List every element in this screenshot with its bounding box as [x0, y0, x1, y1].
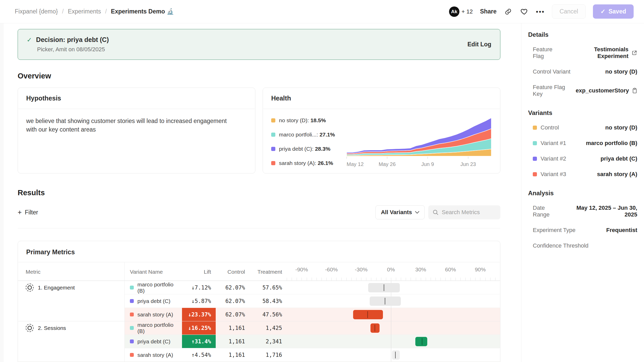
treatment-value: 58.43% [262, 298, 282, 304]
lift-axis-tick [485, 278, 486, 280]
lift-axis-tick [361, 278, 361, 280]
overview-heading: Overview [18, 72, 500, 80]
avatar[interactable]: Ak [449, 6, 459, 17]
cancel-button[interactable]: Cancel [552, 4, 586, 19]
saved-button[interactable]: ✓ Saved [593, 4, 634, 19]
lift-axis-tick [421, 278, 421, 280]
variant-swatch [533, 141, 537, 145]
breadcrumb-separator: / [62, 8, 64, 15]
analysis-value: Frequentist [606, 227, 637, 234]
lift-axis-tick [480, 278, 480, 280]
analysis-value: May 12, 2025 – Jun 30, 2025 [563, 205, 637, 218]
metric-table-row[interactable]: 2. Sessionsmarco portfolio (B)↓16.25%1,1… [18, 321, 500, 335]
variant-name: marco portfolio (B) [137, 281, 182, 294]
column-header-control: Control [216, 262, 250, 280]
x-axis-label: Jun 23 [460, 161, 476, 167]
add-filter-button[interactable]: + Filter [18, 209, 38, 216]
lift-axis-tick [336, 278, 337, 280]
metric-table-row[interactable]: sarah story (A)↓23.37%62.07%47.56% [18, 308, 500, 321]
lift-axis-tick [312, 278, 312, 280]
variants-section: Variants Control no story (D) Variant #1… [528, 109, 637, 178]
breadcrumb-root[interactable]: Fixpanel {demo} [15, 8, 58, 15]
variant-label: Variant #2 [541, 155, 566, 162]
legend-value: 28.3% [315, 146, 331, 152]
detail-value: Testimonials Experiment [564, 46, 628, 60]
lift-axis-tick [351, 278, 352, 280]
variant-value: priya debt (C) [600, 155, 637, 162]
breadcrumb-section[interactable]: Experiments [68, 8, 101, 15]
primary-metrics-title: Primary Metrics [18, 241, 500, 262]
search-metrics-box[interactable] [428, 205, 500, 219]
control-value: 1,161 [229, 352, 245, 358]
favorite-heart-icon[interactable] [520, 7, 529, 16]
lift-axis-tick [411, 278, 411, 280]
analysis-section-title: Analysis [528, 190, 637, 197]
variant-swatch [130, 339, 134, 343]
variant-row: Variant #3 sarah story (A) [533, 171, 637, 178]
lift-value: ↓16.25% [188, 325, 211, 331]
top-bar: Fixpanel {demo} / Experiments / Experime… [0, 0, 644, 23]
metric-table-row[interactable]: 1. Engagementmarco portfolio (B)↓7.12%62… [18, 281, 500, 294]
metric-table-row[interactable]: priya debt (C)↓5.87%62.07%58.43% [18, 294, 500, 308]
collaborator-avatars[interactable]: Ak + 12 [449, 6, 473, 17]
lift-axis-label: 90% [475, 266, 486, 273]
legend-item: no story (D): 18.5% [271, 117, 345, 124]
lift-axis-tick [287, 278, 287, 280]
variants-dropdown[interactable]: All Variants [375, 205, 425, 219]
external-link-icon[interactable] [632, 50, 637, 56]
detail-label: Feature Flag [533, 46, 564, 60]
lift-axis-tick [456, 278, 456, 280]
lift-value: ↑31.4% [191, 338, 211, 345]
lift-axis-tick [431, 278, 431, 280]
lift-axis-label: -60% [325, 266, 338, 273]
legend-item: priya debt (C): 28.3% [271, 146, 345, 152]
lift-value: ↑4.54% [191, 352, 211, 358]
lift-axis-tick [391, 278, 391, 280]
variant-value: marco portfolio (B) [586, 140, 637, 147]
metric-table-row[interactable]: sarah story (A)↑4.54%1,1611,716 [18, 348, 500, 361]
metric-name: 2. Sessions [38, 325, 66, 331]
more-options-button[interactable]: ••• [536, 7, 545, 16]
variant-value: sarah story (A) [597, 171, 637, 178]
lift-axis-tick [490, 278, 491, 280]
control-value: 1,161 [229, 325, 245, 331]
details-section: Details Feature Flag Testimonials Experi… [528, 31, 637, 97]
breadcrumb-current-page[interactable]: Experiments Demo 🔬 [111, 8, 174, 15]
lift-axis-tick [297, 278, 297, 280]
treatment-value: 57.65% [262, 285, 282, 291]
copy-link-icon[interactable] [504, 7, 513, 16]
share-button[interactable]: Share [480, 8, 496, 15]
column-header-lift: Lift [182, 262, 216, 280]
primary-metrics-rows: 1. Engagementmarco portfolio (B)↓7.12%62… [18, 281, 500, 361]
lift-axis-label: 60% [445, 266, 456, 273]
metric-table-row[interactable]: priya debt (C)↑31.4%1,1612,341 [18, 335, 500, 348]
variants-section-title: Variants [528, 109, 637, 117]
lift-point-tick [395, 352, 396, 358]
column-header-treatment: Treatment [250, 262, 287, 280]
hypothesis-card: Hypothesis we believe that showing custo… [18, 88, 255, 173]
lift-axis-tick [331, 278, 332, 280]
metric-name: 1. Engagement [38, 285, 75, 291]
breadcrumb: Fixpanel {demo} / Experiments / Experime… [15, 8, 174, 15]
lift-axis-tick [356, 278, 356, 280]
variants-dropdown-value: All Variants [381, 209, 412, 216]
clipboard-copy-icon[interactable] [632, 88, 637, 93]
analysis-row-experiment-type: Experiment Type Frequentist [533, 227, 637, 234]
x-axis-label: Jun 9 [421, 161, 434, 167]
breadcrumb-separator: / [105, 8, 107, 15]
edit-log-button[interactable]: Edit Log [467, 41, 491, 48]
lift-axis-tick [451, 278, 451, 280]
lift-axis-tick [396, 278, 396, 280]
primary-metrics-card: Primary Metrics Metric Variant Name Lift… [18, 241, 500, 362]
lift-axis-tick [376, 278, 376, 280]
lift-axis-tick [292, 278, 292, 280]
legend-item: sarah story (A): 26.1% [271, 160, 345, 166]
legend-label: sarah story (A): [279, 160, 316, 166]
column-header-metric: Metric [18, 262, 125, 280]
variant-swatch [533, 126, 537, 130]
search-metrics-input[interactable] [442, 209, 494, 216]
decision-banner: ✓ Decision: priya debt (C) Picker, Amit … [18, 29, 500, 60]
lift-axis-tick [440, 278, 441, 280]
lift-point-tick [385, 298, 385, 305]
lift-axis-tick [317, 278, 317, 280]
